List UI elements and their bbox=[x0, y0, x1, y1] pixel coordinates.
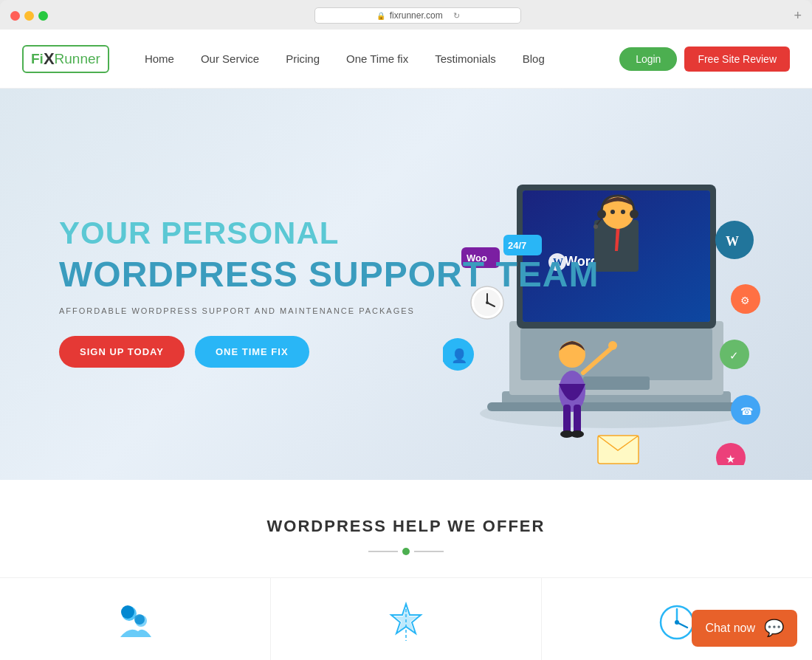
svg-point-54 bbox=[134, 614, 145, 625]
nav-item-pricing[interactable]: Pricing bbox=[272, 47, 333, 71]
logo-runner: Runner bbox=[55, 51, 100, 67]
signup-button[interactable]: SIGN UP TODAY bbox=[59, 336, 185, 368]
nav-item-service[interactable]: Our Service bbox=[187, 47, 272, 71]
logo-fi: Fi bbox=[31, 51, 44, 67]
address-bar-wrap: 🔒 fixrunner.com ↻ bbox=[48, 7, 788, 24]
svg-rect-17 bbox=[574, 405, 581, 434]
browser-titlebar: 🔒 fixrunner.com ↻ + bbox=[0, 7, 812, 30]
help-section: WORDPRESS HELP WE OFFER bbox=[0, 480, 812, 660]
svg-point-27 bbox=[610, 210, 615, 214]
cards-row bbox=[0, 577, 812, 660]
svg-point-59 bbox=[675, 620, 679, 625]
svg-text:★: ★ bbox=[726, 453, 735, 465]
logo[interactable]: FiXRunner bbox=[22, 45, 109, 73]
svg-text:⚙: ⚙ bbox=[740, 295, 750, 306]
hero-buttons: SIGN UP TODAY ONE TIME FIX bbox=[59, 336, 599, 368]
nav-item-home[interactable]: Home bbox=[131, 47, 187, 71]
nav-actions: Login Free Site Review bbox=[619, 47, 790, 72]
hero-title-line1: YOUR PERSONAL bbox=[59, 216, 599, 251]
card-1-icon bbox=[113, 600, 157, 644]
svg-point-28 bbox=[621, 210, 625, 214]
nav-item-testimonials[interactable]: Testimonials bbox=[422, 47, 509, 71]
url-text: fixrunner.com bbox=[390, 10, 443, 21]
logo-text: FiXRunner bbox=[22, 45, 109, 73]
divider-line-right bbox=[414, 551, 444, 552]
svg-point-24 bbox=[630, 210, 639, 219]
page-content: FiXRunner Home Our Service Pricing One T… bbox=[0, 30, 812, 660]
svg-text:☎: ☎ bbox=[740, 405, 753, 417]
address-bar[interactable]: 🔒 fixrunner.com ↻ bbox=[314, 7, 521, 24]
card-1 bbox=[0, 578, 271, 660]
hero-section: YOUR PERSONAL WORDPRESS SUPPORT TEAM AFF… bbox=[0, 89, 812, 480]
svg-rect-16 bbox=[563, 405, 571, 434]
nav-item-onetimefix[interactable]: One Time fix bbox=[333, 47, 422, 71]
onetime-button[interactable]: ONE TIME FIX bbox=[195, 336, 309, 368]
minimize-button[interactable] bbox=[24, 11, 34, 21]
svg-rect-2 bbox=[487, 402, 746, 411]
card-2-icon bbox=[384, 600, 428, 644]
svg-point-15 bbox=[608, 341, 617, 350]
close-button[interactable] bbox=[10, 11, 20, 21]
login-button[interactable]: Login bbox=[619, 47, 677, 71]
hero-subtitle: AFFORDABLE WORDPRESS SUPPORT AND MAINTEN… bbox=[59, 306, 599, 315]
traffic-lights bbox=[10, 11, 48, 21]
section-divider bbox=[0, 548, 812, 555]
svg-point-53 bbox=[121, 605, 134, 619]
refresh-icon[interactable]: ↻ bbox=[453, 11, 460, 21]
free-review-button[interactable]: Free Site Review bbox=[684, 47, 790, 72]
new-tab-button[interactable]: + bbox=[794, 8, 802, 24]
divider-dot bbox=[402, 548, 410, 555]
lock-icon: 🔒 bbox=[376, 12, 385, 20]
svg-text:W: W bbox=[726, 234, 739, 249]
chat-icon: 💬 bbox=[764, 619, 784, 638]
logo-x: X bbox=[44, 49, 55, 69]
divider-line-left bbox=[368, 551, 398, 552]
svg-point-19 bbox=[571, 430, 584, 438]
browser-window: 🔒 fixrunner.com ↻ + bbox=[0, 0, 812, 30]
svg-text:✓: ✓ bbox=[729, 349, 739, 362]
maximize-button[interactable] bbox=[38, 11, 48, 21]
chat-label: Chat now bbox=[705, 622, 755, 635]
card-2 bbox=[271, 578, 542, 660]
section-title: WORDPRESS HELP WE OFFER bbox=[0, 517, 812, 536]
nav-item-blog[interactable]: Blog bbox=[509, 47, 558, 71]
navbar: FiXRunner Home Our Service Pricing One T… bbox=[0, 30, 812, 89]
chat-widget[interactable]: Chat now 💬 bbox=[692, 610, 797, 647]
nav-links: Home Our Service Pricing One Time fix Te… bbox=[131, 47, 619, 71]
hero-content: YOUR PERSONAL WORDPRESS SUPPORT TEAM AFF… bbox=[0, 201, 599, 368]
svg-rect-5 bbox=[583, 377, 650, 390]
hero-title-line2: WORDPRESS SUPPORT TEAM bbox=[59, 254, 599, 295]
